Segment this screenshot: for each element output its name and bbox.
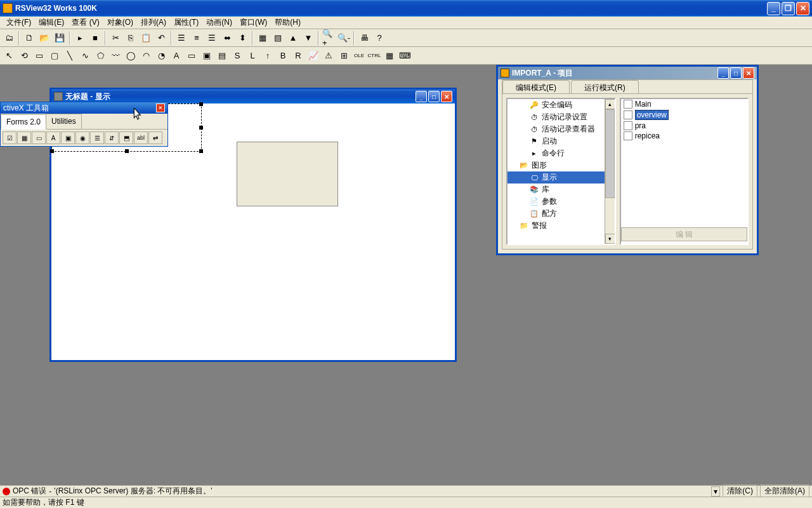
toolbox-titlebar[interactable]: ctiveX 工具箱 ✕ bbox=[1, 102, 167, 114]
save-icon[interactable]: 💾 bbox=[53, 31, 67, 45]
trend-tool-icon[interactable]: 📈 bbox=[306, 49, 320, 63]
checkbox-tool-icon[interactable]: ☑ bbox=[3, 131, 16, 144]
menu-object[interactable]: 对象(O) bbox=[103, 16, 137, 29]
tab-utilities[interactable]: Utilities bbox=[46, 114, 82, 129]
polygon-tool-icon[interactable]: ⬠ bbox=[93, 49, 107, 63]
project-tree[interactable]: 🔑安全编码 ⏱活动记录设置 ⏱活动记录查看器 ⚑启动 ▸命令行 📂图形 🖵显示 … bbox=[506, 98, 616, 245]
align-left-icon[interactable]: ☰ bbox=[174, 31, 188, 45]
tree-item-activity-setup[interactable]: ⏱活动记录设置 bbox=[508, 111, 615, 123]
tab-forms[interactable]: Forms 2.0 bbox=[1, 114, 46, 130]
combo-tool-icon[interactable]: ▦ bbox=[17, 131, 31, 144]
key-tool-icon[interactable]: ⌨ bbox=[398, 49, 412, 63]
tab-run-mode[interactable]: 运行模式(R) bbox=[571, 80, 639, 93]
menu-view[interactable]: 查看 (V) bbox=[68, 16, 103, 29]
front-icon[interactable]: ▲ bbox=[286, 31, 300, 45]
toggle-tool-icon[interactable]: ⬒ bbox=[119, 131, 133, 144]
tree-item-params[interactable]: 📄参数 bbox=[508, 196, 615, 208]
ctrl-tool-icon[interactable]: CTRL bbox=[367, 49, 381, 63]
zoom-out-icon[interactable]: 🔍- bbox=[337, 31, 351, 45]
rounded-rect-tool-icon[interactable]: ▢ bbox=[48, 49, 62, 63]
menu-window[interactable]: 窗口(W) bbox=[236, 16, 271, 29]
polyline-tool-icon[interactable]: ∿ bbox=[78, 49, 92, 63]
project-maximize-button[interactable]: □ bbox=[730, 67, 742, 79]
group-icon[interactable]: ▦ bbox=[256, 31, 270, 45]
label-tool-icon[interactable]: L bbox=[246, 49, 259, 63]
line-tool-icon[interactable]: ╲ bbox=[63, 49, 77, 63]
tag-monitor-icon[interactable]: ⊞ bbox=[337, 49, 351, 63]
textbox-tool-icon[interactable]: abl bbox=[134, 131, 148, 144]
button2-tool-icon[interactable]: ▭ bbox=[32, 131, 46, 144]
help-icon[interactable]: ? bbox=[372, 31, 386, 45]
scroll-thumb[interactable] bbox=[605, 109, 615, 198]
spin-tool-icon[interactable]: ⇵ bbox=[105, 131, 119, 144]
tree-item-activity-viewer[interactable]: ⏱活动记录查看器 bbox=[508, 123, 615, 135]
stop-icon[interactable]: ■ bbox=[88, 31, 102, 45]
open-icon[interactable]: 📂 bbox=[37, 31, 51, 45]
numeric-input-icon[interactable]: ▭ bbox=[185, 49, 199, 63]
tree-item-graphics[interactable]: 📂图形 bbox=[508, 159, 615, 171]
tree-item-library[interactable]: 📚库 bbox=[508, 184, 615, 196]
freehand-tool-icon[interactable]: 〰 bbox=[108, 49, 122, 63]
activex-toolbox[interactable]: ctiveX 工具箱 ✕ Forms 2.0 Utilities ☑ ▦ ▭ A… bbox=[0, 102, 168, 147]
string-input-icon[interactable]: ▤ bbox=[215, 49, 229, 63]
toolbox-close-button[interactable]: ✕ bbox=[156, 104, 165, 112]
recipe-tool-icon[interactable]: R bbox=[291, 49, 305, 63]
display-minimize-button[interactable]: _ bbox=[416, 91, 427, 102]
label-tool2-icon[interactable]: A bbox=[46, 131, 60, 144]
frame-tool-icon[interactable]: ▣ bbox=[61, 131, 75, 144]
project-list[interactable]: Main overview pra repicea 编 辑 bbox=[620, 98, 749, 245]
zoom-in-icon[interactable]: 🔍+ bbox=[322, 31, 336, 45]
scroll-down-icon[interactable]: ▾ bbox=[605, 234, 615, 244]
menu-help[interactable]: 帮助(H) bbox=[271, 16, 304, 29]
project-titlebar[interactable]: IMPORT_A - 项目 _ □ ✕ bbox=[498, 67, 757, 79]
arc-tool-icon[interactable]: ◠ bbox=[139, 49, 153, 63]
activex-tool-icon[interactable]: ▦ bbox=[383, 49, 396, 63]
undo-icon[interactable]: ↶ bbox=[154, 31, 168, 45]
align-center-icon[interactable]: ≡ bbox=[190, 31, 204, 45]
tree-item-security[interactable]: 🔑安全编码 bbox=[508, 99, 615, 111]
copy-icon[interactable]: ⎘ bbox=[124, 31, 138, 45]
arrow-tool-icon[interactable]: ↑ bbox=[261, 49, 275, 63]
button-tool-icon[interactable]: B bbox=[276, 49, 290, 63]
list-item-pra[interactable]: pra bbox=[621, 121, 747, 131]
embedded-control[interactable] bbox=[237, 142, 338, 206]
close-button[interactable]: ✕ bbox=[796, 2, 809, 15]
rectangle-tool-icon[interactable]: ▭ bbox=[32, 49, 46, 63]
error-dropdown-icon[interactable]: ▾ bbox=[711, 486, 720, 497]
tree-item-recipe[interactable]: 📋配方 bbox=[508, 208, 615, 220]
rotate-tool-icon[interactable]: ⟲ bbox=[17, 49, 31, 63]
wedge-tool-icon[interactable]: ◔ bbox=[154, 49, 168, 63]
project-minimize-button[interactable]: _ bbox=[717, 67, 729, 79]
list-item-repicea[interactable]: repicea bbox=[621, 131, 747, 141]
align-right-icon[interactable]: ☰ bbox=[205, 31, 219, 45]
back-icon[interactable]: ▼ bbox=[301, 31, 315, 45]
scrollbar-tool-icon[interactable]: ⇄ bbox=[148, 131, 162, 144]
menu-animation[interactable]: 动画(N) bbox=[202, 16, 236, 29]
run-icon[interactable]: ▸ bbox=[73, 31, 87, 45]
tree-item-alarm[interactable]: 📁警报 bbox=[508, 220, 615, 232]
print-icon[interactable]: 🖶 bbox=[357, 31, 371, 45]
list-item-overview[interactable]: overview bbox=[621, 109, 747, 121]
toggle-project-icon[interactable]: 🗂 bbox=[2, 31, 16, 45]
option-tool-icon[interactable]: ◉ bbox=[75, 131, 89, 144]
ellipse-tool-icon[interactable]: ◯ bbox=[124, 49, 138, 63]
scroll-up-icon[interactable]: ▴ bbox=[605, 99, 615, 109]
list-item-main[interactable]: Main bbox=[621, 99, 747, 109]
distribute-v-icon[interactable]: ⬍ bbox=[235, 31, 249, 45]
ungroup-icon[interactable]: ▧ bbox=[271, 31, 285, 45]
tree-item-display[interactable]: 🖵显示 bbox=[508, 171, 615, 184]
text-tool-icon[interactable]: A bbox=[169, 49, 183, 63]
clear-button[interactable]: 清除(C) bbox=[723, 485, 757, 498]
project-window[interactable]: IMPORT_A - 项目 _ □ ✕ 编辑模式(E) 运行模式(R) 🔑安全编… bbox=[496, 65, 759, 255]
project-close-button[interactable]: ✕ bbox=[743, 67, 754, 79]
distribute-h-icon[interactable]: ⬌ bbox=[220, 31, 234, 45]
menu-attributes[interactable]: 属性(T) bbox=[170, 16, 202, 29]
list-tool-icon[interactable]: ☰ bbox=[90, 131, 104, 144]
display-close-button[interactable]: ✕ bbox=[441, 91, 452, 102]
clear-all-button[interactable]: 全部清除(A) bbox=[760, 485, 809, 498]
tree-scrollbar[interactable]: ▴ ▾ bbox=[605, 99, 615, 244]
select-tool-icon[interactable]: ↖ bbox=[2, 49, 16, 63]
numeric-display-icon[interactable]: ▣ bbox=[200, 49, 214, 63]
edit-button[interactable]: 编 辑 bbox=[621, 227, 747, 241]
tab-edit-mode[interactable]: 编辑模式(E) bbox=[502, 80, 570, 93]
